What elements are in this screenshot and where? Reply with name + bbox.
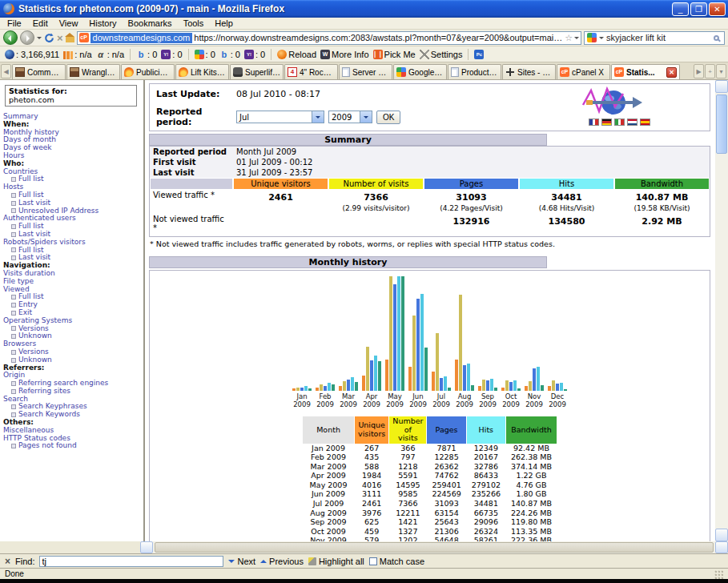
list-bullet-icon (11, 255, 16, 260)
horizontal-scrollbar[interactable] (140, 541, 728, 553)
search-icon[interactable] (714, 35, 719, 41)
sidebar-item-label: Authenticated users (3, 214, 76, 222)
menu-item-edit[interactable]: Edit (27, 18, 54, 29)
list-bullet-icon (11, 381, 16, 386)
sidebar-item-full-list[interactable]: Full list (3, 175, 142, 183)
tab-comments-[interactable]: Comments <... (12, 64, 66, 79)
not-viewed-traffic-cell: 134580 (519, 214, 614, 233)
close-tab-icon[interactable]: ✕ (666, 67, 677, 78)
refresh-icon[interactable] (44, 33, 54, 43)
scroll-right-icon[interactable] (715, 541, 728, 553)
year-select[interactable]: 2009 (328, 111, 372, 123)
tab-4-rock-run-[interactable]: 44" Rock Run... (284, 64, 338, 79)
back-button[interactable] (3, 30, 18, 45)
find-input[interactable] (39, 556, 223, 567)
vertical-scroll-thumb[interactable] (716, 94, 727, 154)
scroll-up-icon[interactable] (715, 80, 728, 93)
chart-bar-bandwidth-mb- (471, 385, 474, 391)
minimize-button[interactable]: _ (672, 2, 689, 16)
tab-lift-kits-for-[interactable]: Lift Kits For ... (175, 64, 229, 79)
menu-bar: FileEditViewHistoryBookmarksToolsHelp (0, 18, 728, 30)
flag-spain-icon[interactable] (640, 119, 650, 126)
chart-month-label: Oct2009 (502, 393, 520, 408)
new-tab-icon[interactable]: + (705, 64, 715, 78)
tab-scroll-left-icon[interactable]: ◀ (1, 64, 11, 78)
flag-italy-icon[interactable] (614, 119, 625, 126)
close-button[interactable]: ✕ (709, 2, 726, 16)
tab-publicize-[interactable]: Publicize :: ... (121, 64, 175, 79)
flag-germany-icon[interactable] (601, 119, 612, 126)
year-select-arrow-icon[interactable] (360, 111, 372, 123)
home-icon[interactable] (66, 37, 74, 42)
monthly-table-cell: 224569 (427, 489, 465, 499)
list-bullet-icon (11, 232, 16, 237)
scroll-down-icon[interactable] (715, 529, 728, 541)
seo-counter: : n/a (63, 50, 91, 59)
menu-item-view[interactable]: View (54, 18, 84, 29)
address-bar[interactable]: cP downstreamdesigns.com https://norway.… (77, 31, 581, 45)
menu-item-history[interactable]: History (83, 18, 122, 29)
seo-button-more-info[interactable]: WMore Info (320, 50, 368, 59)
separator (130, 49, 131, 60)
summary-section-title: Summary (149, 134, 547, 146)
monthly-column-header-number-of-visits: Numberofvisits (389, 416, 426, 444)
flag-netherlands-icon[interactable] (627, 119, 638, 126)
url-selected-text[interactable]: downstreamdesigns.com (90, 33, 193, 43)
url-text[interactable]: https://norway.downstreamdesigns.com:208… (194, 33, 563, 42)
tab-scroll-right-icon[interactable]: ▶ (694, 64, 704, 78)
stop-icon[interactable]: × (57, 33, 63, 43)
up-arrow-icon (260, 560, 267, 563)
history-dropdown-icon[interactable] (37, 37, 42, 39)
seo-counter: b: 0 (136, 50, 157, 59)
ok-button[interactable]: OK (376, 111, 400, 124)
search-engine-dropdown-icon[interactable] (599, 37, 604, 39)
forward-button[interactable] (20, 30, 34, 45)
find-next-button[interactable]: Next (228, 557, 255, 566)
vertical-scroll-track[interactable] (715, 155, 728, 529)
tab-product-sea-[interactable]: Product Sea... (448, 64, 501, 79)
restore-button[interactable]: ❐ (690, 2, 707, 16)
tab-wrangler-tj-[interactable]: Wrangler TJ... (66, 64, 120, 79)
sidebar-item-label: Monthly history (3, 128, 59, 136)
seo-button-settings[interactable]: Settings (420, 50, 463, 59)
search-bar[interactable]: skyjacker lift kit (584, 31, 725, 45)
chart-bars (339, 276, 358, 391)
menu-item-help[interactable]: Help (209, 18, 239, 29)
sidebar-item-label: Days of month (3, 135, 56, 143)
list-bullet-icon (11, 193, 16, 198)
flag-france-icon[interactable] (589, 119, 599, 126)
sidebar-item-pages-not-found[interactable]: Pages not found (3, 442, 142, 450)
sidebar-item-label: Days of week (3, 143, 52, 151)
monthly-table-cell: Jan 2009 (303, 444, 354, 453)
month-select-arrow-icon[interactable] (312, 111, 324, 123)
seo-counter: Y!: 0 (244, 50, 265, 59)
checkbox-icon[interactable] (369, 557, 377, 565)
tab-superlift-su-[interactable]: Superlift Su... (230, 64, 284, 79)
menu-item-file[interactable]: File (2, 18, 27, 29)
find-close-icon[interactable]: × (5, 557, 10, 566)
menu-item-bookmarks[interactable]: Bookmarks (123, 18, 178, 29)
tab-sites-post-[interactable]: Sites - Post ... (502, 64, 556, 79)
seo-counter: : 3,166,911 (5, 50, 59, 59)
bookmark-star-icon[interactable]: ☆ (565, 33, 573, 43)
seo-button-reload[interactable]: Reload (277, 50, 316, 59)
seo-button-pick-me[interactable]: ❘❘Pick Me (373, 50, 416, 59)
vertical-scrollbar[interactable] (715, 80, 728, 541)
find-previous-button[interactable]: Previous (260, 557, 304, 566)
tab-server-status[interactable]: Server Status (339, 64, 392, 79)
list-tabs-icon[interactable]: ▾ (716, 64, 726, 78)
url-dropdown-icon[interactable] (574, 37, 579, 39)
match-case-checkbox[interactable]: Match case (369, 557, 424, 566)
tab-google-ads-[interactable]: Google AdS... (393, 64, 447, 79)
menu-item-tools[interactable]: Tools (178, 18, 210, 29)
highlight-all-button[interactable]: Highlight all (308, 557, 364, 566)
horizontal-scroll-thumb[interactable] (155, 542, 714, 553)
search-input[interactable]: skyjacker lift kit (606, 33, 711, 42)
monthly-column-header-month: Month (303, 416, 354, 444)
search-engine-icon[interactable] (587, 33, 597, 42)
tab-cpanel-x[interactable]: cPcPanel X (557, 64, 610, 79)
month-select[interactable]: Jul (236, 111, 324, 123)
resize-grip[interactable] (714, 569, 723, 579)
scroll-left-icon[interactable] (140, 541, 153, 553)
tab-statis-[interactable]: cPStatis...✕ (611, 64, 680, 79)
